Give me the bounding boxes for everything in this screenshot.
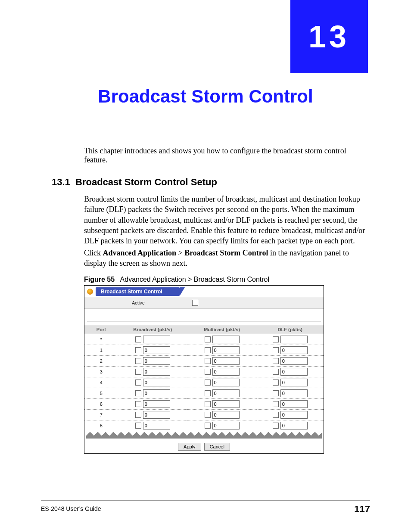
section-paragraph-1: Broadcast storm control limits the numbe… [84, 194, 368, 246]
broadcast-input[interactable]: 0 [143, 400, 170, 408]
broadcast-checkbox[interactable] [135, 390, 141, 396]
chapter-number: 13 [308, 19, 350, 54]
section-paragraph-2: Click Advanced Application > Broadcast S… [84, 248, 368, 269]
dlf-input[interactable]: 0 [280, 389, 308, 397]
multicast-checkbox[interactable] [205, 336, 211, 342]
dlf-checkbox[interactable] [273, 358, 279, 364]
dlf-checkbox[interactable] [273, 347, 279, 353]
active-checkbox[interactable] [192, 300, 198, 306]
dlf-input[interactable]: 0 [280, 400, 308, 408]
broadcast-input[interactable]: 0 [143, 368, 170, 376]
section-number: 13.1 [52, 177, 70, 187]
footer-page-number: 117 [354, 504, 370, 515]
button-row: Apply Cancel [84, 439, 324, 453]
broadcast-checkbox[interactable] [135, 347, 141, 353]
dlf-checkbox[interactable] [273, 423, 279, 429]
table-row: 1 0 0 0 [84, 345, 324, 356]
port-cell: * [84, 334, 118, 345]
port-cell: 1 [84, 345, 118, 356]
broadcast-checkbox[interactable] [135, 423, 141, 429]
broadcast-input[interactable] [143, 336, 170, 343]
dlf-checkbox[interactable] [273, 380, 279, 386]
footer-divider [41, 501, 370, 501]
broadcast-input[interactable]: 0 [143, 422, 170, 429]
multicast-input[interactable] [212, 336, 240, 343]
multicast-input[interactable]: 0 [212, 357, 240, 365]
orb-icon [87, 289, 93, 295]
cancel-button[interactable]: Cancel [204, 443, 230, 451]
dlf-input[interactable]: 0 [280, 422, 308, 429]
multicast-checkbox[interactable] [205, 401, 211, 407]
dlf-checkbox[interactable] [273, 390, 279, 396]
table-row: 7 0 0 0 [84, 410, 324, 420]
table-row: 8 0 0 0 [84, 420, 324, 431]
broadcast-input[interactable]: 0 [143, 346, 170, 354]
table-row: * [84, 334, 324, 345]
table-row: 6 0 0 0 [84, 399, 324, 410]
active-label: Active [84, 300, 192, 305]
chapter-intro: This chapter introduces and shows you ho… [84, 146, 368, 165]
dlf-input[interactable]: 0 [280, 411, 308, 419]
dlf-checkbox[interactable] [273, 369, 279, 375]
table-row: 4 0 0 0 [84, 377, 324, 388]
multicast-input[interactable]: 0 [212, 379, 240, 386]
apply-button[interactable]: Apply [178, 443, 201, 451]
port-cell: 8 [84, 420, 118, 431]
multicast-input[interactable]: 0 [212, 422, 240, 429]
broadcast-input[interactable]: 0 [143, 379, 170, 386]
table-row: 2 0 0 0 [84, 356, 324, 367]
figure-screenshot: Broadcast Storm Control Active Port Broa… [84, 285, 324, 454]
dlf-input[interactable]: 0 [280, 357, 308, 365]
chapter-title: Broadcast Storm Control [0, 86, 411, 107]
broadcast-input[interactable]: 0 [143, 357, 170, 365]
figure-label: Figure 55 [84, 276, 115, 283]
figure-caption: Figure 55 Advanced Application > Broadca… [84, 276, 269, 283]
screenshot-title: Broadcast Storm Control [96, 287, 180, 296]
broadcast-checkbox[interactable] [135, 336, 141, 342]
dlf-input[interactable]: 0 [280, 346, 308, 354]
dlf-checkbox[interactable] [273, 401, 279, 407]
multicast-checkbox[interactable] [205, 347, 211, 353]
table-row: 5 0 0 0 [84, 388, 324, 399]
multicast-checkbox[interactable] [205, 358, 211, 364]
dlf-input[interactable]: 0 [280, 379, 308, 386]
chapter-number-box: 13 [290, 0, 368, 73]
multicast-input[interactable]: 0 [212, 400, 240, 408]
dlf-input[interactable] [280, 336, 308, 343]
col-dlf: DLF (pkt/s) [257, 325, 324, 334]
broadcast-input[interactable]: 0 [143, 389, 170, 397]
multicast-input[interactable]: 0 [212, 368, 240, 376]
col-broadcast: Broadcast (pkt/s) [118, 325, 187, 334]
figure-caption-text: Advanced Application > Broadcast Storm C… [120, 276, 269, 283]
multicast-input[interactable]: 0 [212, 346, 240, 354]
footer-guide-name: ES-2048 User’s Guide [41, 505, 101, 512]
dlf-input[interactable]: 0 [280, 368, 308, 376]
separator [87, 309, 321, 321]
broadcast-checkbox[interactable] [135, 369, 141, 375]
port-cell: 3 [84, 367, 118, 377]
multicast-checkbox[interactable] [205, 412, 211, 418]
broadcast-checkbox[interactable] [135, 412, 141, 418]
broadcast-checkbox[interactable] [135, 401, 141, 407]
dlf-checkbox[interactable] [273, 336, 279, 342]
broadcast-input[interactable]: 0 [143, 411, 170, 419]
multicast-input[interactable]: 0 [212, 411, 240, 419]
multicast-input[interactable]: 0 [212, 389, 240, 397]
port-cell: 2 [84, 356, 118, 367]
multicast-checkbox[interactable] [205, 380, 211, 386]
dlf-checkbox[interactable] [273, 412, 279, 418]
broadcast-checkbox[interactable] [135, 358, 141, 364]
multicast-checkbox[interactable] [205, 390, 211, 396]
broadcast-checkbox[interactable] [135, 380, 141, 386]
multicast-checkbox[interactable] [205, 423, 211, 429]
port-cell: 6 [84, 399, 118, 410]
storm-control-table: Port Broadcast (pkt/s) Multicast (pkt/s)… [84, 325, 324, 431]
col-port: Port [84, 325, 118, 334]
port-cell: 5 [84, 388, 118, 399]
section-heading: 13.1 Broadcast Storm Control Setup [52, 177, 217, 188]
truncated-rows-indicator [86, 432, 322, 439]
table-row: 3 0 0 0 [84, 367, 324, 377]
multicast-checkbox[interactable] [205, 369, 211, 375]
port-cell: 7 [84, 410, 118, 420]
table-header-row: Port Broadcast (pkt/s) Multicast (pkt/s)… [84, 325, 324, 334]
